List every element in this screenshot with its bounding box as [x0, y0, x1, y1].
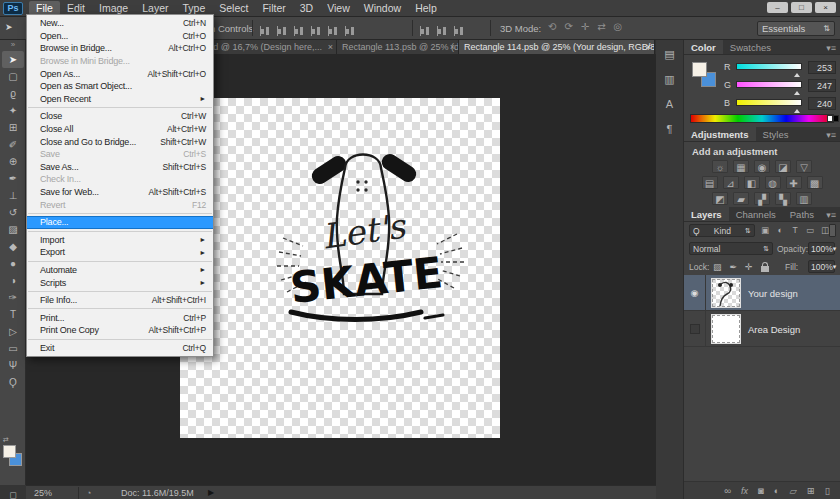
align-right-edges[interactable] — [294, 22, 305, 40]
file-menu-item-open-recent[interactable]: Open Recent► — [27, 93, 213, 106]
foreground-background-swatches[interactable] — [692, 62, 720, 92]
distribute-right-edges[interactable] — [454, 22, 465, 40]
tab-channels[interactable]: Channels — [729, 207, 783, 221]
file-menu-item-import[interactable]: Import► — [27, 234, 213, 247]
lasso-tool[interactable]: ϱ — [2, 85, 24, 102]
channel-mixer-icon[interactable]: ✚ — [786, 176, 802, 189]
tab-color[interactable]: Color — [684, 40, 723, 54]
tab-layers[interactable]: Layers — [684, 207, 729, 221]
brightness-contrast-icon[interactable]: ☼ — [712, 160, 728, 173]
file-menu-item-close-all[interactable]: Close AllAlt+Ctrl+W — [27, 123, 213, 136]
file-menu-item-browse-in-bridge[interactable]: Browse in Bridge...Alt+Ctrl+O — [27, 42, 213, 55]
file-menu-item-print[interactable]: Print...Ctrl+P — [27, 311, 213, 324]
color-lookup-icon[interactable]: ▩ — [807, 176, 823, 189]
exposure-icon[interactable]: ◪ — [775, 160, 791, 173]
history-brush-tool[interactable]: ↺ — [2, 204, 24, 221]
menubar-item-type[interactable]: Type — [175, 1, 212, 15]
roll-3d-icon[interactable]: ⟳ — [564, 21, 572, 32]
panel-menu-icon[interactable]: ▾≡ — [826, 43, 836, 53]
close-icon[interactable]: × — [646, 42, 651, 52]
blend-mode-dropdown[interactable]: Normal ⇅ — [689, 242, 773, 255]
green-slider[interactable] — [736, 81, 802, 88]
hand-tool[interactable]: Ψ — [2, 357, 24, 374]
distribute-horizontal-centers[interactable] — [437, 22, 448, 40]
layer-group-icon[interactable]: ▱ — [789, 485, 796, 496]
threshold-icon[interactable]: ▞ — [754, 192, 770, 205]
lock-position-icon[interactable]: ✛ — [745, 262, 753, 272]
menubar-item-view[interactable]: View — [320, 1, 357, 15]
status-options-arrow[interactable]: ▶ — [208, 488, 214, 497]
show-transform-controls-label[interactable]: n Controls — [210, 23, 253, 34]
file-menu-item-scripts[interactable]: Scripts► — [27, 276, 213, 289]
properties-panel-icon[interactable]: ▥ — [660, 71, 680, 87]
new-layer-icon[interactable]: ⊞ — [807, 485, 815, 496]
layer-style-icon[interactable]: fx — [741, 486, 748, 496]
fill-field[interactable]: 100% ▾ — [808, 260, 835, 273]
marquee-tool[interactable]: ▢ — [2, 68, 24, 85]
file-menu-item-save-for-web[interactable]: Save for Web...Alt+Shift+Ctrl+S — [27, 186, 213, 199]
panel-menu-icon[interactable]: ▾≡ — [826, 210, 836, 220]
menubar-item-file[interactable]: File — [29, 1, 60, 15]
file-menu-item-print-one-copy[interactable]: Print One CopyAlt+Shift+Ctrl+P — [27, 324, 213, 337]
lock-transparency-icon[interactable]: ▨ — [713, 262, 722, 272]
tab-adjustments[interactable]: Adjustments — [684, 127, 756, 141]
align-horizontal-centers[interactable] — [277, 22, 288, 40]
layer-mask-icon[interactable]: ◙ — [758, 485, 764, 496]
filter-adjustment-icon[interactable]: ◐ — [774, 224, 786, 237]
distribute-left-edges[interactable] — [420, 22, 431, 40]
dodge-tool[interactable]: ◑ — [2, 272, 24, 289]
camera-3d-icon[interactable]: ◎ — [614, 21, 623, 32]
layer-thumbnail[interactable] — [711, 314, 741, 344]
file-menu-item-save-as[interactable]: Save As...Shift+Ctrl+S — [27, 161, 213, 174]
lock-pixels-icon[interactable]: ✒ — [730, 262, 738, 272]
red-slider-thumb[interactable] — [794, 70, 800, 77]
black-swatch[interactable] — [833, 115, 839, 122]
blue-value-field[interactable]: 240 — [808, 97, 836, 110]
filter-type-icon[interactable]: T — [789, 224, 801, 237]
foreground-color-swatch[interactable] — [692, 62, 707, 77]
vibrance-icon[interactable]: ▽ — [796, 160, 812, 173]
blur-tool[interactable]: ● — [2, 255, 24, 272]
delete-layer-icon[interactable]: ▯ — [825, 485, 830, 496]
levels-icon[interactable]: ▦ — [733, 160, 749, 173]
file-menu-item-file-info[interactable]: File Info...Alt+Shift+Ctrl+I — [27, 294, 213, 307]
align-bottom-edges[interactable] — [345, 22, 356, 40]
filter-toggle[interactable] — [829, 224, 836, 237]
lock-all-icon[interactable] — [761, 266, 769, 272]
link-layers-icon[interactable]: ∞ — [724, 485, 731, 496]
canvas[interactable]: Let's SKATE — [180, 98, 500, 438]
red-slider[interactable] — [736, 63, 802, 70]
color-spectrum-ramp[interactable] — [690, 114, 834, 123]
shape-tool[interactable]: ▭ — [2, 340, 24, 357]
crop-tool[interactable]: ⊞ — [2, 119, 24, 136]
panel-menu-icon[interactable]: ▾≡ — [826, 130, 836, 140]
menubar-item-layer[interactable]: Layer — [135, 1, 175, 15]
blue-slider[interactable] — [736, 99, 802, 106]
posterize-icon[interactable]: ▰ — [733, 192, 749, 205]
layer-row-area-design[interactable]: Area Design — [684, 311, 840, 347]
zoom-tool[interactable]: Ϙ — [2, 374, 24, 391]
layer-visibility-toggle[interactable]: ◉ — [684, 275, 706, 311]
gradient-tool[interactable]: ◆ — [2, 238, 24, 255]
menubar-item-select[interactable]: Select — [212, 1, 255, 15]
quick-mask-button[interactable]: ◻ — [2, 487, 24, 499]
paragraph-panel-icon[interactable]: ¶ — [660, 121, 680, 137]
healing-brush-tool[interactable]: ⊕ — [2, 153, 24, 170]
zoom-level-field[interactable]: 25% — [34, 488, 52, 498]
document-tab-2[interactable]: Rectangle 113.psb @ 25% (d, RGB...× — [337, 40, 459, 54]
maximize-button[interactable]: □ — [791, 2, 812, 13]
character-panel-icon[interactable]: A — [660, 96, 680, 112]
tab-swatches[interactable]: Swatches — [723, 40, 778, 54]
green-slider-thumb[interactable] — [794, 88, 800, 95]
layer-row-your-design[interactable]: ◉Your design — [684, 275, 840, 311]
file-menu-item-open[interactable]: Open...Ctrl+O — [27, 30, 213, 43]
eraser-tool[interactable]: ▨ — [2, 221, 24, 238]
opacity-field[interactable]: 100% ▾ — [808, 242, 835, 255]
minimize-button[interactable]: – — [767, 2, 788, 13]
path-selection-tool[interactable]: ▷ — [2, 323, 24, 340]
tab-paths[interactable]: Paths — [783, 207, 821, 221]
invert-icon[interactable]: ◩ — [712, 192, 728, 205]
menubar-item-edit[interactable]: Edit — [60, 1, 92, 15]
blue-slider-thumb[interactable] — [794, 106, 800, 113]
file-menu-item-close[interactable]: CloseCtrl+W — [27, 110, 213, 123]
